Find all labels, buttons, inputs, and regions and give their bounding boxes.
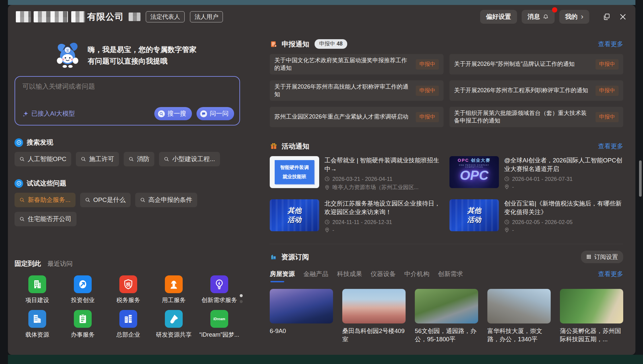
gift-icon <box>270 142 278 150</box>
app-shortcut[interactable]: 用工服务 <box>151 275 197 304</box>
my-account-button[interactable]: 我的 › <box>559 10 589 24</box>
restore-window-icon[interactable] <box>602 13 610 21</box>
close-window-icon[interactable] <box>619 13 627 21</box>
declare-filter-badge[interactable]: 申报中48 <box>315 39 347 49</box>
property-card[interactable]: 56文创园，通园路，办公，95-1800平 <box>415 289 478 344</box>
event-thumbnail: 其他活动 <box>270 199 319 231</box>
app-shortcut[interactable]: 投资创业 <box>60 275 106 304</box>
pager-dot-active[interactable] <box>240 294 243 297</box>
property-photo-office-tower <box>487 289 551 323</box>
event-card[interactable]: 其他活动 创业百宝箱|《新增值税法实施后，有哪些新变化值得关注》 2026-02… <box>449 199 623 233</box>
suggestion-chip[interactable]: 消防 <box>124 152 154 166</box>
property-photo-night-city <box>270 289 333 323</box>
messages-button[interactable]: 消息 <box>522 10 555 24</box>
suggestion-chip[interactable]: OPC是什么 <box>80 193 131 207</box>
location-pin-icon <box>504 184 509 189</box>
event-thumbnail: 智能硬件装调就业技能班 <box>270 156 319 188</box>
ai-model-note: 已接入AI大模型 <box>22 109 75 118</box>
property-card[interactable]: 桑田岛科创园2号楼409室 <box>342 289 406 344</box>
questions-title: 试试这些问题 <box>27 179 66 188</box>
legal-person-user-badge: 法人用户 <box>190 11 223 22</box>
declare-section: 申报通知 申报中48 查看更多 关于中国文化艺术政府奖第五届动漫奖申报推荐工作的… <box>270 39 623 127</box>
recent-visits-tab[interactable]: 最近访问 <box>47 260 73 268</box>
resource-tab[interactable]: 科技成果 <box>337 270 362 282</box>
property-photo-green-park <box>415 289 478 323</box>
declare-more-link[interactable]: 查看更多 <box>598 40 623 48</box>
app-shortcut[interactable]: iDream “iDream”园梦... <box>197 310 242 339</box>
event-thumbnail: OPC 创业大赛ONE PERSON COMPANY COMPETITIONOP… <box>449 156 499 188</box>
property-card[interactable]: 富华科技大厦，崇文路，办公，1340平 <box>487 289 551 344</box>
resources-title: 资源订阅 <box>281 252 309 262</box>
greeting-line-1: 嗨，我是易宝，您的专属数字管家 <box>88 44 197 55</box>
page-background-bottom <box>0 355 643 364</box>
suggestion-chip[interactable]: 新春助企服务... <box>15 193 76 207</box>
notice-card[interactable]: 苏州工业园区2026年重点产业紧缺人才需求调研启动 申报中 <box>270 107 444 127</box>
app-shortcut[interactable]: 税 税务服务 <box>106 275 151 304</box>
app-shortcut[interactable]: 研发资源共享 <box>151 310 197 339</box>
redacted-company-name-2 <box>71 11 85 22</box>
grid-icon <box>586 254 591 259</box>
magnifier-icon <box>140 197 145 203</box>
suggestion-chip[interactable]: 小型建设工程... <box>159 152 220 166</box>
declare-notice-grid: 关于中国文化艺术政府奖第五届动漫奖申报推荐工作的通知 申报中 关于开展2026年… <box>270 54 623 127</box>
preferences-button[interactable]: 偏好设置 <box>480 10 517 24</box>
app-shortcut[interactable]: 办事服务 <box>60 310 106 339</box>
resource-tab[interactable]: 创新需求 <box>438 270 463 282</box>
event-card[interactable]: OPC 创业大赛ONE PERSON COMPANY COMPETITIONOP… <box>449 156 623 191</box>
resource-tab[interactable]: 仪器设备 <box>371 270 396 282</box>
declaring-tag: 申报中 <box>416 59 439 70</box>
questions-chip-row: 新春助企服务... OPC是什么 高企申报的条件 住宅能否开公司 <box>15 193 245 226</box>
events-title: 活动通知 <box>282 142 309 151</box>
suggestion-chip[interactable]: 施工许可 <box>76 152 119 166</box>
location-pin-icon <box>324 227 330 233</box>
app-grid-pager[interactable] <box>240 294 243 303</box>
app-shortcut[interactable]: 创新需求服务 <box>197 275 242 304</box>
magnifier-icon <box>85 197 90 203</box>
notice-card[interactable]: 关于中国文化艺术政府奖第五届动漫奖申报推荐工作的通知 申报中 <box>270 54 444 74</box>
redacted-company-name <box>34 11 68 22</box>
ask-button[interactable]: 问一问 <box>197 107 234 120</box>
resource-tab[interactable]: 金融产品 <box>303 270 328 282</box>
suggestion-chip[interactable]: 人工智能OPC <box>15 152 71 166</box>
declaring-tag: 申报中 <box>596 59 619 70</box>
subscription-settings-button[interactable]: 订阅设置 <box>581 251 623 263</box>
notification-dot <box>552 7 557 13</box>
compass-icon <box>15 138 23 147</box>
location-pin-icon <box>324 185 330 190</box>
events-more-link[interactable]: 查看更多 <box>598 142 623 151</box>
property-card[interactable]: 6-9A0 <box>270 289 333 344</box>
chat-bubble-icon <box>200 110 207 117</box>
resource-tab[interactable]: 中介机构 <box>404 270 429 282</box>
chevron-right-icon: › <box>581 13 583 20</box>
event-card[interactable]: 智能硬件装调就业技能班 工会帮就业 | 智能硬件装调就业技能班招生中→ 2026… <box>270 156 444 191</box>
compass-icon <box>15 179 23 188</box>
suggestion-chip[interactable]: 住宅能否开公司 <box>15 212 77 226</box>
search-magnifier-icon <box>158 110 165 117</box>
assistant-mascot-icon: 宝 <box>53 41 82 70</box>
carrier-icon <box>28 310 46 328</box>
resources-more-link[interactable]: 查看更多 <box>598 270 623 282</box>
page-background-top <box>0 0 643 5</box>
event-card[interactable]: 其他活动 北交所江苏服务基地设立园区企业接待日，欢迎园区企业来访来询！ 2024… <box>270 199 444 233</box>
app-shortcut[interactable]: 项目建设 <box>15 275 60 304</box>
pinned-app-grid: 项目建设 投资创业 税 税务服务 用工服务 创新需求服务 载体资源 办事服务 总… <box>15 275 242 339</box>
search-input[interactable] <box>22 83 230 90</box>
assistant-panel: 宝 嗨，我是易宝，您的专属数字管家 有问题可以直接向我提哦 <box>15 41 247 339</box>
app-shortcut[interactable]: 总部企业 <box>106 310 151 339</box>
notice-card[interactable]: 关于开展2026年苏州市高技能人才职称评审工作的通知 申报中 <box>270 80 444 101</box>
suggestion-chip[interactable]: 高企申报的条件 <box>135 193 197 207</box>
event-thumbnail: 其他活动 <box>449 199 499 231</box>
search-button[interactable]: 搜一搜 <box>154 107 192 120</box>
pinned-header: 固定到此 最近访问 <box>15 259 247 268</box>
notice-card[interactable]: 关于开展2026年“苏州制造”品牌认证工作的通知 申报中 <box>449 54 623 74</box>
page-scrollbar[interactable] <box>639 160 642 197</box>
app-shortcut[interactable]: 载体资源 <box>15 310 60 339</box>
hq-icon <box>119 310 137 328</box>
sparkle-icon <box>22 111 29 117</box>
resource-tab[interactable]: 房屋资源 <box>270 270 295 282</box>
pager-dot[interactable] <box>240 300 243 303</box>
notice-card[interactable]: 关于组织开展第六批能源领域首台（套）重大技术装备申报工作的通知 申报中 <box>449 107 623 127</box>
notice-card[interactable]: 关于开展2026年苏州市工程系列职称评审工作的通知 申报中 <box>449 80 623 101</box>
property-card[interactable]: 蒲公英孵化器，苏州国际科技园五期，... <box>560 289 623 344</box>
pinned-title[interactable]: 固定到此 <box>15 259 41 268</box>
